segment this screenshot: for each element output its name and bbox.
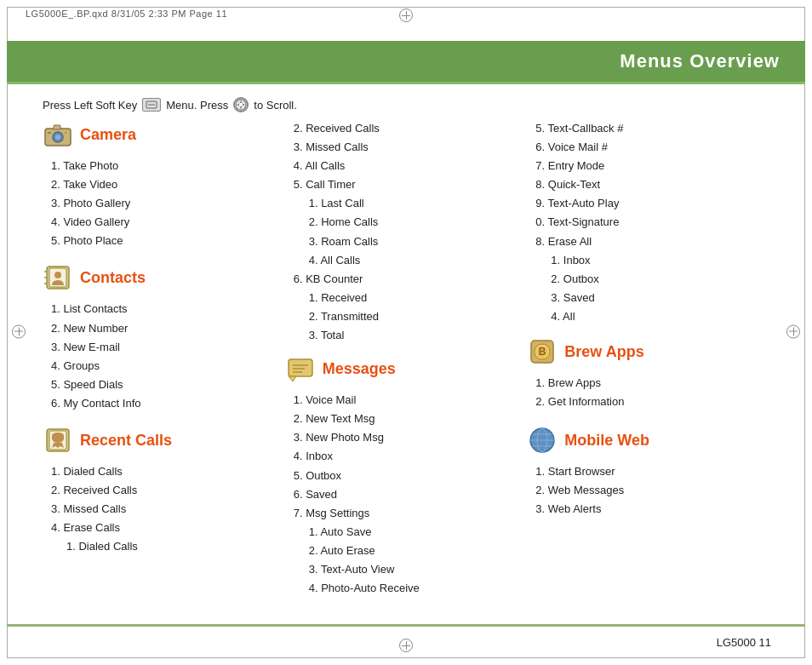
svg-text:B: B xyxy=(539,346,546,358)
list-item: 2. Outbox xyxy=(551,270,761,289)
main-content: Camera 1. Take Photo 2. Take Video 3. Ph… xyxy=(43,119,769,622)
list-item: 2. Web Messages xyxy=(535,481,761,500)
calls-cont-list: 2. Received Calls 3. Missed Calls 4. All… xyxy=(294,119,519,345)
recent-calls-section-header: Recent Calls xyxy=(43,425,277,456)
list-item: 3. Roam Calls xyxy=(309,232,519,251)
list-item: 2. Transmitted xyxy=(309,307,519,326)
list-item: 3. Total xyxy=(309,326,519,345)
list-item: 4. Photo-Auto Receive xyxy=(309,579,519,598)
messages-section-header: Messages xyxy=(285,353,519,384)
mobile-web-icon xyxy=(527,425,558,456)
list-item: 6. Saved xyxy=(294,485,519,504)
soft-key-icon xyxy=(142,98,161,112)
list-item: 1. Voice Mail xyxy=(294,391,519,410)
list-item: 3. New E-mail xyxy=(51,338,277,357)
list-item: 2. Home Calls xyxy=(309,213,519,232)
brew-apps-section-header: B Brew Apps xyxy=(527,336,761,367)
list-item: 6. KB Counter xyxy=(294,270,519,289)
list-item: 2. Received Calls xyxy=(51,481,277,500)
list-item: 4. All Calls xyxy=(309,251,519,270)
list-item: 2. Received Calls xyxy=(294,119,519,138)
list-item: 3. Missed Calls xyxy=(51,500,277,519)
list-item: 1. Dialed Calls xyxy=(66,537,277,556)
svg-marker-5 xyxy=(237,103,239,106)
messages-icon xyxy=(285,353,316,384)
footer-text: LG5000 11 xyxy=(717,636,771,649)
list-item: 4. Groups xyxy=(51,357,277,375)
instruction-suffix: to Scroll. xyxy=(254,99,297,112)
list-item: 5. Speed Dials xyxy=(51,375,277,394)
list-item: 1. Start Browser xyxy=(535,462,761,481)
brew-apps-title: Brew Apps xyxy=(564,343,643,361)
scroll-icon xyxy=(233,97,249,112)
list-item: 1. Auto Save xyxy=(309,523,519,542)
file-header: LG5000E_.BP.qxd 8/31/05 2:33 PM Page 11 xyxy=(26,9,227,19)
list-item: 4. All Calls xyxy=(294,157,519,175)
recent-calls-title: Recent Calls xyxy=(80,432,172,450)
contacts-title: Contacts xyxy=(80,269,146,287)
contacts-list: 1. List Contacts 2. New Number 3. New E-… xyxy=(51,300,277,413)
reg-mark-bottom xyxy=(399,639,413,652)
list-item: 8. Erase All xyxy=(535,232,761,251)
list-item: 1. Inbox xyxy=(551,251,761,270)
list-item: 5. Outbox xyxy=(294,467,519,485)
svg-rect-10 xyxy=(54,125,60,129)
reg-mark-top xyxy=(399,9,413,22)
list-item: 5. Call Timer xyxy=(294,175,519,194)
header-line xyxy=(7,82,805,84)
list-item: 7. Entry Mode xyxy=(535,157,761,175)
list-item: 9. Text-Auto Play xyxy=(535,194,761,213)
list-item: 2. New Number xyxy=(51,319,277,338)
list-item: 1. Received xyxy=(309,289,519,307)
svg-marker-4 xyxy=(239,106,243,109)
brew-apps-list: 1. Brew Apps 2. Get Information xyxy=(535,374,761,411)
camera-list: 1. Take Photo 2. Take Video 3. Photo Gal… xyxy=(51,157,277,250)
column-1: Camera 1. Take Photo 2. Take Video 3. Ph… xyxy=(43,119,285,622)
list-item: 7. Msg Settings xyxy=(294,504,519,523)
messages-cont-list: 5. Text-Callback # 6. Voice Mail # 7. En… xyxy=(535,119,761,326)
list-item: 4. Video Gallery xyxy=(51,213,277,232)
svg-marker-22 xyxy=(289,376,296,381)
header-band: Menus Overview xyxy=(7,41,805,82)
recent-calls-list: 1. Dialed Calls 2. Received Calls 3. Mis… xyxy=(51,462,277,556)
list-item: 3. Text-Auto View xyxy=(309,560,519,579)
list-item: 4. Erase Calls xyxy=(51,519,277,537)
camera-title: Camera xyxy=(80,126,136,144)
list-item: 1. Take Photo xyxy=(51,157,277,175)
list-item: 3. Missed Calls xyxy=(294,138,519,157)
list-item: 4. All xyxy=(551,307,761,326)
list-item: 5. Text-Callback # xyxy=(535,119,761,138)
svg-point-15 xyxy=(54,272,61,278)
list-item: 2. Take Video xyxy=(51,175,277,194)
mobile-web-title: Mobile Web xyxy=(564,432,649,450)
list-item: 6. Voice Mail # xyxy=(535,138,761,157)
svg-marker-3 xyxy=(239,100,243,103)
camera-section-header: Camera xyxy=(43,119,277,150)
list-item: 4. Inbox xyxy=(294,447,519,466)
messages-title: Messages xyxy=(323,360,396,378)
camera-icon xyxy=(43,119,73,150)
contacts-section-header: Contacts xyxy=(43,262,277,293)
list-item: 1. Last Call xyxy=(309,194,519,213)
instruction-bar: Press Left Soft Key Menu. Press to Scrol… xyxy=(43,92,769,118)
list-item: 3. Web Alerts xyxy=(535,500,761,519)
list-item: 3. New Photo Msg xyxy=(294,428,519,447)
list-item: 2. Get Information xyxy=(535,393,761,411)
mobile-web-list: 1. Start Browser 2. Web Messages 3. Web … xyxy=(535,462,761,519)
messages-list: 1. Voice Mail 2. New Text Msg 3. New Pho… xyxy=(294,391,519,598)
instruction-middle: Menu. Press xyxy=(166,99,228,112)
brew-apps-icon: B xyxy=(527,336,558,367)
list-item: 3. Saved xyxy=(551,289,761,307)
list-item: 1. List Contacts xyxy=(51,300,277,318)
reg-mark-right xyxy=(786,324,800,338)
list-item: 6. My Contact Info xyxy=(51,394,277,413)
list-item: 5. Photo Place xyxy=(51,232,277,250)
list-item: 8. Quick-Text xyxy=(535,175,761,194)
column-3: 5. Text-Callback # 6. Voice Mail # 7. En… xyxy=(527,119,769,622)
list-item: 2. Auto Erase xyxy=(309,542,519,560)
svg-point-9 xyxy=(55,135,60,140)
mobile-web-section-header: Mobile Web xyxy=(527,425,761,456)
svg-marker-6 xyxy=(243,103,245,106)
recent-calls-icon xyxy=(43,425,73,456)
list-item: 0. Text-Signature xyxy=(535,213,761,232)
